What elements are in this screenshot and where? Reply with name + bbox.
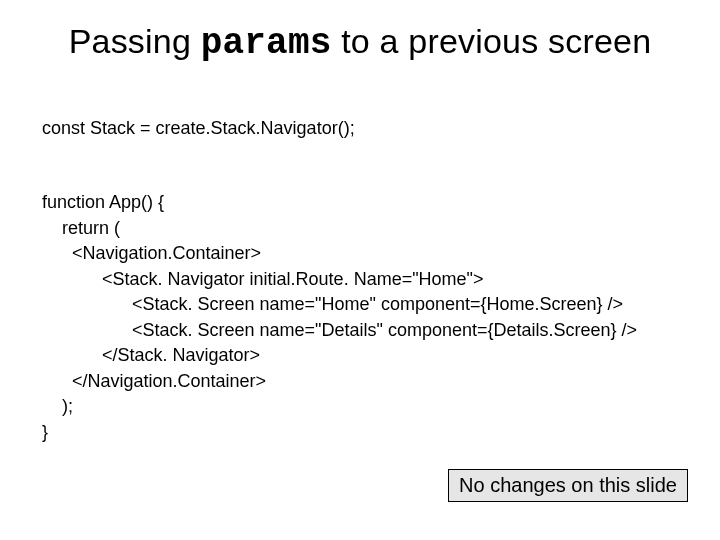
code-block: function App() { return ( <Navigation.Co… xyxy=(42,190,637,445)
note-text: No changes on this slide xyxy=(459,474,677,496)
slide: Passing params to a previous screen cons… xyxy=(0,0,720,540)
title-pre: Passing xyxy=(69,22,201,60)
title-post: to a previous screen xyxy=(332,22,652,60)
slide-title: Passing params to a previous screen xyxy=(0,22,720,64)
title-mono: params xyxy=(201,23,332,64)
code-const-line: const Stack = create.Stack.Navigator(); xyxy=(42,118,355,139)
note-box: No changes on this slide xyxy=(448,469,688,502)
